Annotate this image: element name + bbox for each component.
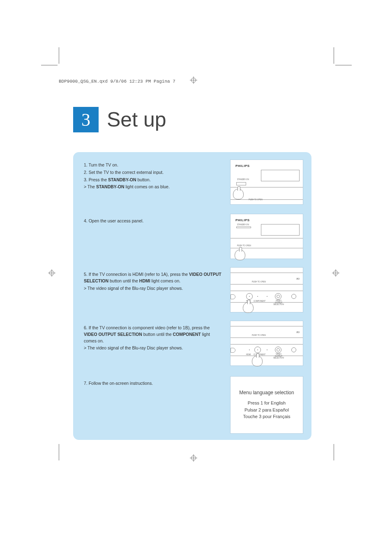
illustration-component-select: PUSH TO OPEN BD HDMI COMPONENT VIDEO OUT…	[230, 321, 303, 366]
step-group-1: 1. Turn the TV on. 2. Set the TV to the …	[84, 162, 224, 191]
illustration-access-panel: PHILIPS STANDBY-ON PUSH TO OPEN	[230, 214, 303, 259]
print-header: BDP9000_QSG_EN.qxd 9/8/06 12:23 PM Pagin…	[59, 79, 175, 84]
step-3: 3. Press the STANDBY-ON button.	[84, 177, 224, 183]
step-6: 6. If the TV connection is component vid…	[84, 325, 224, 352]
step-6-note: > The video signal of the Blu-ray Disc p…	[84, 345, 224, 352]
step-5: 5. If the TV connection is HDMI (refer t…	[84, 271, 224, 292]
illustration-menu-screen: Menu language selection Press 1 for Engl…	[230, 376, 303, 434]
illustration-hdmi-select: PUSH TO OPEN BD HDMI COMPONENT VIDEO OUT…	[230, 267, 303, 312]
step-7: 7. Follow the on-screen instructions.	[84, 380, 224, 388]
step-2: 2. Set the TV to the correct external in…	[84, 169, 224, 176]
step-3-note: > The STANDBY-ON light comes on as blue.	[84, 184, 224, 190]
menu-title: Menu language selection	[239, 390, 294, 395]
step-4: 4. Open the user access panel.	[84, 218, 224, 225]
step-1: 1. Turn the TV on.	[84, 162, 224, 169]
menu-options: Press 1 for English Pulsar 2 para Españo…	[243, 400, 291, 420]
section-number-badge: 3	[73, 107, 99, 132]
illustration-standby: PHILIPS STANDBY-ON PUSH TO OPEN	[230, 160, 303, 205]
step-5-note: > The video signal of the Blu-ray Disc p…	[84, 285, 224, 292]
section-title: Set up	[107, 108, 166, 132]
section-heading: 3 Set up	[73, 107, 166, 132]
